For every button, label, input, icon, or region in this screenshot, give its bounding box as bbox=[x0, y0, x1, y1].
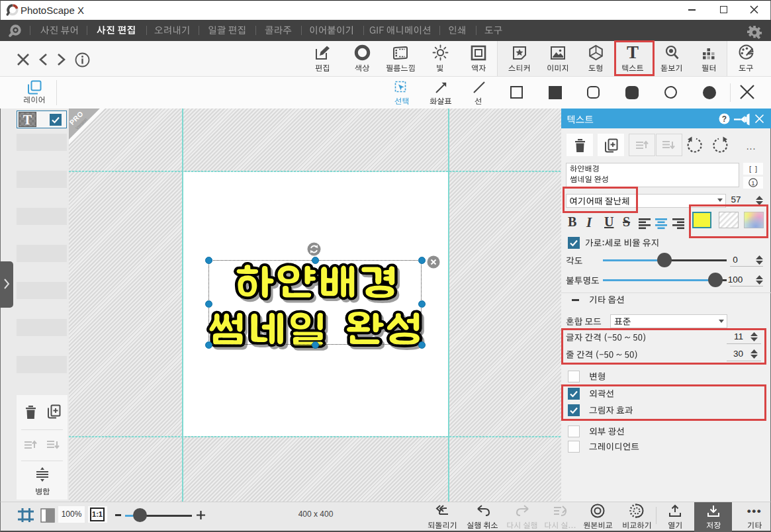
svg-text:1: 1 bbox=[751, 179, 754, 187]
svg-text:T: T bbox=[23, 112, 32, 127]
svg-text:?: ? bbox=[722, 114, 727, 124]
